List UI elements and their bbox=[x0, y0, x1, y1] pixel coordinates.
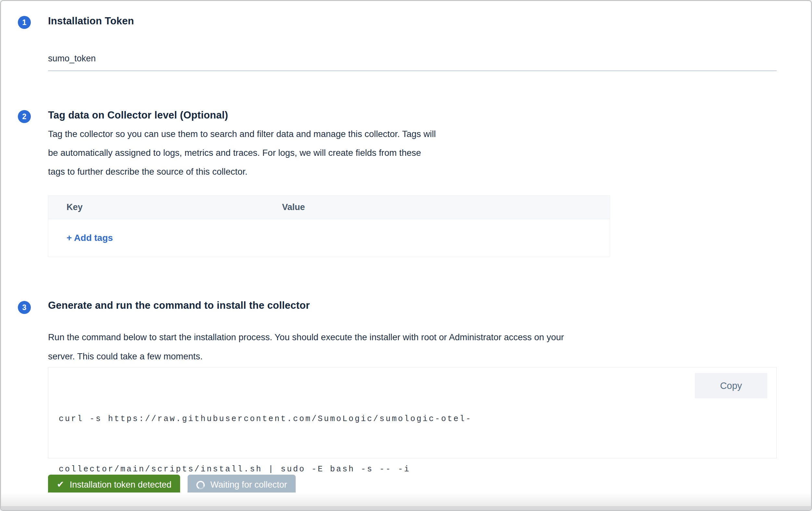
token-detected-label: Installation token detected bbox=[70, 480, 172, 490]
collector-installation-panel: 1 Installation Token 2 Tag data on Colle… bbox=[0, 0, 812, 511]
spinner-icon bbox=[195, 480, 206, 490]
install-description-line: Run the command below to start the insta… bbox=[48, 328, 564, 347]
tags-description: Tag the collector so you can use them to… bbox=[48, 125, 436, 181]
install-description: Run the command below to start the insta… bbox=[48, 328, 564, 366]
install-description-line: server. This could take a few moments. bbox=[48, 347, 564, 366]
value-column-header: Value bbox=[282, 202, 305, 212]
copy-command-button[interactable]: Copy bbox=[695, 373, 767, 398]
tags-table: Key Value + Add tags bbox=[48, 195, 610, 257]
tags-description-line: tags to further describe the source of t… bbox=[48, 162, 436, 181]
tags-table-header-row: Key Value bbox=[48, 195, 610, 219]
status-row: ✔ Installation token detected Waiting fo… bbox=[48, 475, 296, 495]
step-1-title: Installation Token bbox=[48, 15, 134, 27]
installation-token-input[interactable] bbox=[48, 47, 777, 71]
step-3-number-badge: 3 bbox=[18, 301, 31, 314]
token-detected-badge: ✔ Installation token detected bbox=[48, 475, 180, 495]
waiting-for-collector-badge: Waiting for collector bbox=[187, 475, 296, 495]
checkmark-icon: ✔ bbox=[57, 480, 64, 489]
tags-table-empty-row: + Add tags bbox=[48, 219, 610, 257]
step-3-title: Generate and run the command to install … bbox=[48, 300, 310, 311]
window-bottom-fade bbox=[1, 492, 811, 506]
waiting-for-collector-label: Waiting for collector bbox=[210, 480, 287, 490]
step-1-number-badge: 1 bbox=[18, 16, 31, 29]
install-command-line: curl -s https://raw.githubusercontent.co… bbox=[59, 411, 768, 428]
key-column-header: Key bbox=[48, 202, 282, 212]
step-2-number-badge: 2 bbox=[18, 110, 31, 123]
window-bottom-edge bbox=[1, 506, 811, 510]
tags-description-line: Tag the collector so you can use them to… bbox=[48, 125, 436, 143]
install-command-block: curl -s https://raw.githubusercontent.co… bbox=[48, 367, 777, 458]
step-2-title: Tag data on Collector level (Optional) bbox=[48, 109, 228, 121]
tags-description-line: be automatically assigned to logs, metri… bbox=[48, 143, 436, 162]
add-tags-link[interactable]: + Add tags bbox=[66, 233, 113, 243]
